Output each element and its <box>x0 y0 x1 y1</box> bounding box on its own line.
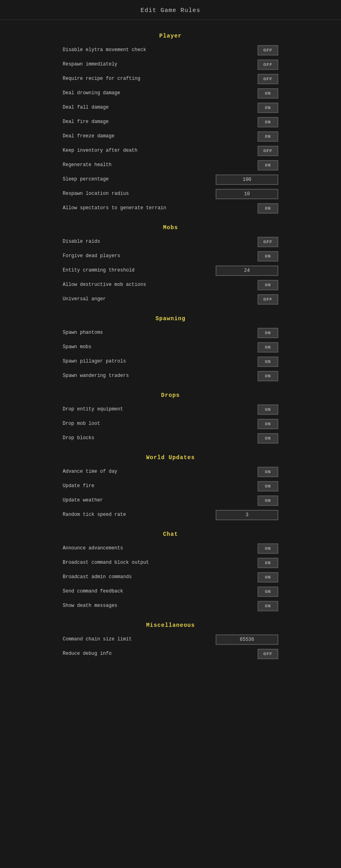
rule-label-disable-raids: Disable raids <box>63 239 258 245</box>
toggle-drop-blocks[interactable]: ON <box>258 433 278 444</box>
rule-row-drop-entity-equip: Drop entity equipmentON <box>63 402 278 417</box>
rule-row-drop-blocks: Drop blocksON <box>63 431 278 446</box>
rule-row-deal-fall: Deal fall damageON <box>63 101 278 115</box>
input-respawn-radius[interactable] <box>216 189 278 199</box>
rule-row-destructive-mob: Allow destructive mob actionsON <box>63 278 278 292</box>
rule-label-deal-fall: Deal fall damage <box>63 105 258 111</box>
rule-row-deal-fire: Deal fire damageON <box>63 115 278 129</box>
toggle-spectators-terrain[interactable]: ON <box>258 203 278 214</box>
section-header-world-updates: World Updates <box>63 454 278 461</box>
rule-row-show-death-messages: Show death messagesON <box>63 599 278 613</box>
toggle-spawn-wandering[interactable]: ON <box>258 371 278 381</box>
rule-label-deal-freeze: Deal freeze damage <box>63 133 258 140</box>
toggle-keep-inventory[interactable]: OFF <box>258 146 278 156</box>
rule-row-announce-advancements: Announce advancementsON <box>63 541 278 556</box>
rule-label-entity-cramming: Entity cramming threshold <box>63 268 216 274</box>
section-header-miscellaneous: Miscellaneous <box>63 622 278 628</box>
section-header-chat: Chat <box>63 531 278 537</box>
rule-row-send-cmd-feedback: Send command feedbackON <box>63 585 278 599</box>
rule-row-regenerate-health: Regenerate healthON <box>63 158 278 172</box>
toggle-deal-fire[interactable]: ON <box>258 117 278 127</box>
rule-row-deal-freeze: Deal freeze damageON <box>63 129 278 144</box>
toggle-reduce-debug[interactable]: OFF <box>258 649 278 659</box>
toggle-broadcast-admin[interactable]: ON <box>258 572 278 583</box>
toggle-spawn-mobs[interactable]: ON <box>258 342 278 353</box>
toggle-spawn-phantoms[interactable]: ON <box>258 328 278 338</box>
rule-row-advance-time: Advance time of dayON <box>63 465 278 479</box>
rule-row-random-tick: Random tick speed rate <box>63 508 278 522</box>
toggle-universal-anger[interactable]: OFF <box>258 294 278 305</box>
toggle-spawn-pillager[interactable]: ON <box>258 357 278 367</box>
rule-row-cmd-chain-limit: Command chain size limit <box>63 632 278 647</box>
toggle-disable-elytra[interactable]: OFF <box>258 45 278 55</box>
toggle-deal-freeze[interactable]: ON <box>258 131 278 142</box>
rule-row-broadcast-cmd-block: Broadcast command block outputON <box>63 556 278 570</box>
section-header-player: Player <box>63 33 278 39</box>
rule-row-reduce-debug: Reduce debug infoOFF <box>63 647 278 661</box>
toggle-drop-entity-equip[interactable]: ON <box>258 404 278 415</box>
rule-row-universal-anger: Universal angerOFF <box>63 292 278 307</box>
toggle-disable-raids[interactable]: OFF <box>258 237 278 247</box>
section-header-spawning: Spawning <box>63 315 278 322</box>
input-random-tick[interactable] <box>216 510 278 520</box>
input-entity-cramming[interactable] <box>216 266 278 276</box>
rule-label-drop-entity-equip: Drop entity equipment <box>63 406 258 413</box>
rule-row-require-recipe: Require recipe for craftingOFF <box>63 72 278 86</box>
rule-row-spawn-pillager: Spawn pillager patrolsON <box>63 355 278 369</box>
rule-label-spectators-terrain: Allow spectators to generate terrain <box>63 205 258 212</box>
rule-label-reduce-debug: Reduce debug info <box>63 651 258 657</box>
rule-row-keep-inventory: Keep inventory after deathOFF <box>63 144 278 158</box>
rule-row-deal-drowning: Deal drowning damageON <box>63 86 278 101</box>
rule-label-drop-mob-loot: Drop mob loot <box>63 421 258 427</box>
rule-label-random-tick: Random tick speed rate <box>63 512 216 518</box>
rule-label-show-death-messages: Show death messages <box>63 603 258 609</box>
toggle-update-weather[interactable]: ON <box>258 495 278 506</box>
rule-label-respawn-radius: Respawn location radius <box>63 191 216 197</box>
toggle-require-recipe[interactable]: OFF <box>258 74 278 84</box>
toggle-respawn-immediately[interactable]: OFF <box>258 59 278 70</box>
rule-row-spawn-phantoms: Spawn phantomsON <box>63 326 278 340</box>
toggle-deal-fall[interactable]: ON <box>258 103 278 113</box>
rule-row-disable-elytra: Disable elytra movement checkOFF <box>63 43 278 57</box>
rule-row-update-fire: Update fireON <box>63 479 278 493</box>
rule-label-cmd-chain-limit: Command chain size limit <box>63 636 216 643</box>
rule-label-broadcast-cmd-block: Broadcast command block output <box>63 560 258 566</box>
rule-label-spawn-wandering: Spawn wandering traders <box>63 373 258 379</box>
rule-row-respawn-immediately: Respawn immediatelyOFF <box>63 57 278 72</box>
rule-label-advance-time: Advance time of day <box>63 469 258 475</box>
toggle-broadcast-cmd-block[interactable]: ON <box>258 558 278 568</box>
page-title: Edit Game Rules <box>0 0 341 20</box>
rule-label-respawn-immediately: Respawn immediately <box>63 61 258 68</box>
rule-label-sleep-percentage: Sleep percentage <box>63 176 216 183</box>
toggle-send-cmd-feedback[interactable]: ON <box>258 587 278 597</box>
input-cmd-chain-limit[interactable] <box>216 634 278 645</box>
rule-label-broadcast-admin: Broadcast admin commands <box>63 574 258 581</box>
toggle-show-death-messages[interactable]: ON <box>258 601 278 611</box>
rule-label-forgive-dead: Forgive dead players <box>63 253 258 260</box>
rule-row-drop-mob-loot: Drop mob lootON <box>63 417 278 431</box>
rule-label-spawn-phantoms: Spawn phantoms <box>63 330 258 336</box>
rule-label-keep-inventory: Keep inventory after death <box>63 148 258 154</box>
toggle-update-fire[interactable]: ON <box>258 481 278 491</box>
toggle-drop-mob-loot[interactable]: ON <box>258 419 278 429</box>
toggle-destructive-mob[interactable]: ON <box>258 280 278 290</box>
toggle-deal-drowning[interactable]: ON <box>258 88 278 99</box>
rule-label-announce-advancements: Announce advancements <box>63 545 258 552</box>
rule-label-spawn-mobs: Spawn mobs <box>63 344 258 351</box>
rule-label-drop-blocks: Drop blocks <box>63 435 258 442</box>
rule-row-respawn-radius: Respawn location radius <box>63 187 278 201</box>
toggle-announce-advancements[interactable]: ON <box>258 543 278 554</box>
rule-label-deal-drowning: Deal drowning damage <box>63 90 258 97</box>
toggle-forgive-dead[interactable]: ON <box>258 251 278 262</box>
rule-row-broadcast-admin: Broadcast admin commandsON <box>63 570 278 585</box>
input-sleep-percentage[interactable] <box>216 174 278 185</box>
toggle-advance-time[interactable]: ON <box>258 467 278 477</box>
rule-label-disable-elytra: Disable elytra movement check <box>63 47 258 54</box>
toggle-regenerate-health[interactable]: ON <box>258 160 278 170</box>
rule-row-entity-cramming: Entity cramming threshold <box>63 264 278 278</box>
rule-row-disable-raids: Disable raidsOFF <box>63 235 278 249</box>
rule-label-spawn-pillager: Spawn pillager patrols <box>63 359 258 365</box>
rule-label-send-cmd-feedback: Send command feedback <box>63 589 258 595</box>
section-header-mobs: Mobs <box>63 224 278 231</box>
rule-label-update-weather: Update weather <box>63 497 258 504</box>
